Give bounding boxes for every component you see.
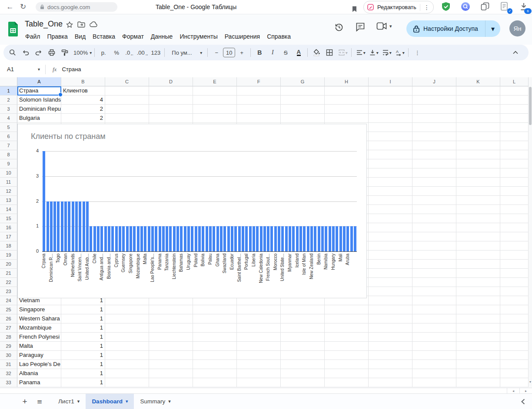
embedded-chart[interactable]: Клиенты по странам 01234СтранаDominican … [17,124,367,298]
cell[interactable] [412,260,456,269]
row-header[interactable]: 14 [0,205,17,214]
chevron-down-icon[interactable] [77,399,80,404]
cell[interactable] [281,333,325,342]
cell[interactable] [412,214,456,223]
cell[interactable] [369,378,412,387]
adblock-shield-icon[interactable] [441,2,452,12]
cell[interactable] [281,342,325,351]
cell[interactable] [412,168,456,178]
cell[interactable] [412,369,456,378]
cell[interactable] [325,305,369,314]
cell[interactable] [369,278,412,287]
cell[interactable] [325,333,369,342]
borders-icon[interactable] [323,46,336,59]
cell[interactable] [281,369,325,378]
sheet-tab-summary[interactable]: Summary [134,394,176,409]
cell[interactable] [412,187,456,196]
search-assistant-icon[interactable] [461,2,471,12]
cell[interactable] [281,105,325,114]
cell[interactable] [456,287,500,296]
row-header[interactable]: 8 [0,150,17,159]
row-header[interactable]: 26 [0,314,17,323]
cell[interactable] [369,241,412,251]
cell[interactable] [456,150,500,159]
cell[interactable] [369,187,412,196]
cell[interactable] [149,342,193,351]
collapse-side-panel-icon[interactable] [521,399,525,405]
cell[interactable] [105,333,149,342]
cell[interactable] [456,168,500,178]
cell[interactable] [193,305,237,314]
number-format-button[interactable]: 123 [150,46,162,59]
cell[interactable] [149,369,193,378]
cell[interactable] [456,178,500,187]
font-select[interactable]: По ум... [167,46,205,59]
vertical-align-button[interactable] [367,46,379,59]
text-rotation-button[interactable]: A [393,46,406,59]
more-options-icon[interactable] [424,4,430,11]
cell[interactable] [149,105,193,114]
cell[interactable] [500,168,529,178]
cell[interactable] [369,141,412,150]
sheet-tab-dashboard[interactable]: Dashboard [86,394,134,409]
menu-item[interactable]: Формат [119,32,147,41]
row-header[interactable]: 21 [0,269,17,278]
cell[interactable] [456,105,500,114]
meet-caret-icon[interactable] [389,23,392,29]
cell[interactable] [456,141,500,150]
search-menus-icon[interactable] [7,46,19,59]
cell[interactable] [369,114,412,123]
menu-item[interactable]: Правка [43,32,71,41]
cell[interactable] [456,323,500,333]
cell[interactable] [369,251,412,260]
cell[interactable] [105,305,149,314]
back-icon[interactable]: ← [3,0,17,14]
cell[interactable] [237,369,281,378]
cell[interactable] [149,323,193,333]
cell[interactable] [281,323,325,333]
cell[interactable] [412,296,456,305]
decrease-decimals-button[interactable]: .0← [123,46,136,59]
row-header[interactable]: 20 [0,260,17,269]
cell[interactable] [369,123,412,132]
cell[interactable] [237,360,281,369]
cell[interactable] [369,342,412,351]
cell[interactable] [193,342,237,351]
cell[interactable] [105,314,149,323]
cell[interactable] [500,369,529,378]
column-header[interactable]: E [193,77,237,86]
increase-font-size-button[interactable]: + [236,46,248,59]
avatar[interactable]: Ян [509,20,525,36]
cell[interactable] [412,333,456,342]
column-header[interactable]: B [61,77,105,86]
collections-icon[interactable] [480,2,491,12]
row-header[interactable]: 5 [0,123,17,132]
cloud-saved-icon[interactable] [90,21,98,27]
horizontal-scrollbar[interactable]: ◂ ▸ [0,388,532,394]
cell[interactable]: 1 [61,360,105,369]
cell[interactable] [325,105,369,114]
row-header[interactable]: 33 [0,378,17,387]
cell[interactable] [500,196,529,205]
cell[interactable] [193,378,237,387]
cell[interactable] [193,351,237,360]
sheets-logo-icon[interactable] [7,22,19,36]
cell[interactable] [456,278,500,287]
cell[interactable] [193,333,237,342]
cell[interactable] [456,269,500,278]
cell[interactable] [500,251,529,260]
decrease-font-size-button[interactable]: − [210,46,223,59]
italic-button[interactable]: I [266,46,279,59]
cell[interactable] [456,123,500,132]
cell[interactable] [412,269,456,278]
cell[interactable] [105,369,149,378]
scroll-left-icon[interactable]: ◂ [507,388,519,393]
cell[interactable] [369,105,412,114]
scroll-right-icon[interactable]: ▸ [519,388,532,393]
column-header[interactable]: C [105,77,149,86]
row-header[interactable]: 7 [0,141,17,150]
cell[interactable] [369,323,412,333]
column-header[interactable]: G [281,77,325,86]
cell[interactable] [412,96,456,105]
row-header[interactable]: 16 [0,223,17,232]
